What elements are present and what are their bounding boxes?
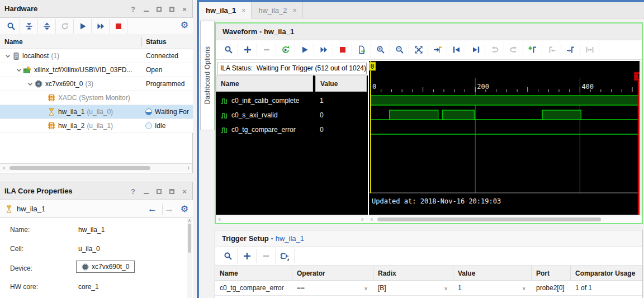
help-icon[interactable]: ?: [129, 4, 138, 13]
search-button[interactable]: [219, 249, 238, 263]
tree-row-target[interactable]: xilinx_tcf/Xilinx/USB\VID_03FD... Open: [0, 63, 193, 77]
expand-all-button[interactable]: [38, 19, 56, 34]
run-trigger-button[interactable]: [276, 42, 295, 57]
scrollbar-thumb[interactable]: [377, 217, 601, 221]
refresh-button[interactable]: [56, 19, 74, 34]
signal-table-h-scrollbar[interactable]: ‹ ›: [216, 215, 368, 223]
dashboard-options-tab[interactable]: Dashboard Options: [200, 21, 215, 130]
scrollbar-thumb[interactable]: [188, 224, 191, 253]
trigger-col-header[interactable]: Radix: [373, 266, 453, 281]
trigger-col-header[interactable]: Operator: [292, 266, 373, 281]
waveform-title: Waveform - hw_ila_1: [222, 27, 294, 36]
zoom-out-button[interactable]: [390, 42, 409, 57]
signal-row[interactable]: c0_init_calib_complete 1: [216, 93, 368, 108]
swap-markers-button[interactable]: [580, 42, 599, 57]
redo-button[interactable]: [504, 42, 523, 57]
trigger-radix-select[interactable]: [B]∨: [373, 281, 453, 296]
chevron-down-icon[interactable]: [15, 66, 23, 74]
tab-hw-ila-2[interactable]: hw_ila_2 ×: [252, 2, 302, 18]
close-icon[interactable]: ×: [242, 7, 245, 15]
forward-icon[interactable]: →: [164, 204, 174, 215]
collapse-all-button[interactable]: [20, 19, 38, 34]
hourglass-icon: [4, 205, 13, 214]
run-all-button[interactable]: [92, 19, 110, 34]
trigger-setup-core-link[interactable]: hw_ila_1: [276, 234, 304, 243]
scroll-right-icon[interactable]: ›: [361, 215, 363, 223]
remove-probe-button[interactable]: [257, 249, 276, 263]
remove-button[interactable]: [257, 42, 276, 57]
add-probe-button[interactable]: [238, 249, 257, 263]
add-button[interactable]: [238, 42, 257, 57]
signal-row[interactable]: c0_s_axi_rvalid 0: [216, 108, 368, 122]
tab-hw-ila-1[interactable]: hw_ila_1 ×: [199, 2, 252, 18]
help-icon[interactable]: ?: [129, 187, 138, 196]
scroll-up-icon[interactable]: ∧: [188, 218, 191, 223]
float-icon[interactable]: [167, 4, 176, 13]
export-data-button[interactable]: [352, 42, 371, 57]
stop-button[interactable]: [110, 19, 127, 34]
gear-icon[interactable]: ⚙: [181, 205, 188, 214]
trigger-col-header[interactable]: Port: [532, 266, 571, 281]
close-icon[interactable]: ×: [180, 187, 189, 196]
minimize-icon[interactable]: [141, 187, 150, 196]
device-link[interactable]: xc7vx690t_0: [76, 261, 135, 273]
stop-trigger-button[interactable]: [333, 42, 352, 57]
trigger-col-header[interactable]: Name: [215, 266, 292, 281]
tree-row-hw-ila-2[interactable]: hw_ila_2 (u_ila_1) Idle: [0, 119, 193, 133]
tree-row-device[interactable]: xc7vx690t_0 (3) Programmed: [0, 77, 193, 91]
signal-col-value-header[interactable]: Value: [315, 75, 367, 92]
chevron-down-icon[interactable]: [26, 80, 34, 88]
scroll-left-icon[interactable]: ‹: [3, 164, 5, 172]
maximize-icon[interactable]: [154, 4, 163, 13]
signal-icon: [220, 111, 228, 119]
trigger-row-name[interactable]: c0_tg_compare_error: [215, 281, 292, 296]
trigger-value-select[interactable]: 1∨: [453, 281, 532, 296]
close-icon[interactable]: ×: [293, 7, 297, 15]
waveform-canvas[interactable]: 02004000T: [369, 61, 642, 215]
search-button[interactable]: [219, 42, 238, 57]
settings-button[interactable]: ⚙: [181, 21, 188, 30]
float-icon[interactable]: [167, 187, 176, 196]
scroll-right-icon[interactable]: ›: [187, 164, 190, 172]
trigger-col-header[interactable]: Value: [453, 266, 532, 281]
scroll-left-icon[interactable]: ‹: [371, 215, 373, 223]
run-trigger-button[interactable]: [74, 19, 92, 34]
properties-content: Name: hw_ila_1 Cell: u_ila_0 Device: xc7…: [0, 218, 193, 298]
tree-row-xadc[interactable]: XADC (System Monitor): [0, 91, 193, 105]
previous-marker-button[interactable]: [542, 42, 561, 57]
zoom-in-button[interactable]: [371, 42, 390, 57]
signal-col-name-header[interactable]: Name: [216, 75, 313, 92]
goto-end-button[interactable]: [466, 42, 485, 57]
undo-icon: [490, 45, 499, 54]
signal-row[interactable]: c0_tg_compare_error 0: [216, 122, 368, 137]
scroll-left-icon[interactable]: ‹: [219, 215, 221, 223]
add-marker-icon: [528, 45, 537, 54]
trigger-col-header[interactable]: Comparator Usage: [571, 266, 642, 281]
chevron-down-icon: ∨: [522, 285, 526, 291]
trigger-operator-select[interactable]: ==∨: [292, 281, 373, 296]
waveform-v-scrollbar[interactable]: [640, 61, 642, 215]
properties-v-scrollbar[interactable]: ∧: [187, 218, 192, 298]
back-icon[interactable]: ←: [148, 204, 157, 215]
search-button[interactable]: [2, 19, 20, 34]
core-icon: [47, 121, 56, 130]
maximize-icon[interactable]: [154, 187, 163, 196]
goto-start-button[interactable]: [447, 42, 466, 57]
zoom-fit-button[interactable]: [409, 42, 428, 57]
goto-trigger-button[interactable]: [428, 42, 447, 57]
trigger-condition-button[interactable]: [276, 249, 295, 263]
close-icon[interactable]: ×: [180, 4, 189, 13]
next-marker-button[interactable]: [561, 42, 580, 57]
waveform-h-scrollbar[interactable]: ‹: [368, 215, 642, 223]
run-all-button[interactable]: [314, 42, 333, 57]
minimize-icon[interactable]: [141, 4, 150, 13]
run-trigger-immediate-button[interactable]: [295, 42, 314, 57]
hardware-h-scrollbar[interactable]: ‹ ›: [0, 163, 192, 172]
chevron-down-icon[interactable]: [3, 52, 12, 60]
tree-row-hw-ila-1[interactable]: hw_ila_1 (u_ila_0) Waiting For: [0, 105, 193, 119]
add-marker-button[interactable]: [523, 42, 542, 57]
tree-row-localhost[interactable]: localhost (1) Connected: [0, 49, 193, 63]
idle-status-icon: [145, 122, 153, 130]
undo-button[interactable]: [485, 42, 504, 57]
scrollbar-thumb[interactable]: [10, 166, 150, 170]
